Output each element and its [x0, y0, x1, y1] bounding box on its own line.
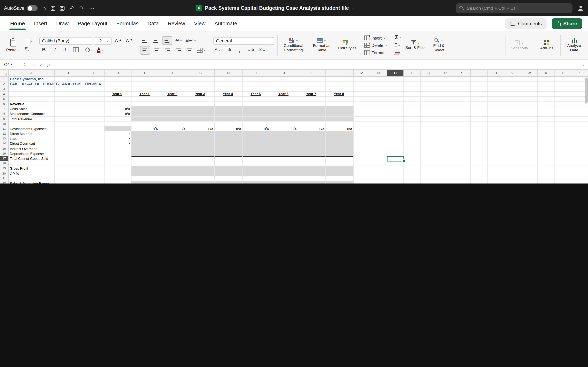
cell-W22[interactable]	[521, 181, 538, 184]
cell-L22[interactable]	[326, 181, 354, 184]
cell-V19[interactable]	[504, 166, 521, 171]
italic-button[interactable]: I	[50, 46, 60, 54]
cell-U10[interactable]	[488, 121, 504, 126]
cell-L11[interactable]: n/a	[326, 126, 354, 131]
cell-V13[interactable]	[504, 136, 521, 141]
cell-W19[interactable]	[521, 166, 538, 171]
font-name-select[interactable]: Calibri (Body)⌄	[39, 37, 92, 45]
cell-G10[interactable]	[187, 121, 215, 126]
row-header-4[interactable]: 4	[0, 92, 9, 96]
cell-X9[interactable]	[538, 117, 554, 121]
cell-R8[interactable]	[437, 111, 454, 117]
format-painter-button[interactable]	[25, 46, 33, 53]
cell-E11[interactable]: n/a	[131, 126, 159, 131]
cell-Q3[interactable]	[421, 87, 437, 92]
ribbon-tab-page-layout[interactable]: Page Layout	[73, 16, 112, 31]
cell-P10[interactable]	[404, 121, 421, 126]
cell-J9[interactable]	[270, 117, 298, 121]
ribbon-tab-data[interactable]: Data	[143, 16, 163, 31]
cell-I13[interactable]	[242, 136, 270, 141]
cell-M16[interactable]	[354, 151, 370, 156]
cell-J20[interactable]	[270, 171, 298, 176]
cell-M3[interactable]	[354, 87, 370, 92]
cell-W13[interactable]	[521, 136, 538, 141]
cell-K8[interactable]	[298, 111, 326, 117]
row-header-7[interactable]: 7	[0, 106, 9, 111]
cell-X12[interactable]	[538, 131, 554, 136]
cell-P12[interactable]	[404, 131, 421, 136]
cell-E10[interactable]	[131, 121, 159, 126]
autosave-toggle[interactable]: AutoSave	[4, 5, 38, 11]
cell-T9[interactable]	[471, 117, 488, 121]
cell-K21[interactable]	[298, 176, 326, 181]
cell-V21[interactable]	[504, 176, 521, 181]
cell-P1[interactable]	[404, 77, 421, 82]
cell-V22[interactable]	[504, 181, 521, 184]
cell-F12[interactable]	[159, 131, 187, 136]
cell-C15[interactable]	[84, 146, 104, 151]
cell-Q13[interactable]	[421, 136, 437, 141]
cell-I21[interactable]	[242, 176, 270, 181]
column-header-S[interactable]: S	[454, 70, 471, 77]
column-header-T[interactable]: T	[471, 70, 488, 77]
cell-J6[interactable]	[270, 101, 298, 106]
cell-H11[interactable]: n/a	[215, 126, 242, 131]
ribbon-tab-formulas[interactable]: Formulas	[112, 16, 143, 31]
cell-S18[interactable]	[454, 161, 471, 166]
cell-C3[interactable]	[84, 87, 104, 92]
cell-F13[interactable]	[159, 136, 187, 141]
cell-G9[interactable]	[187, 117, 215, 121]
cell-W8[interactable]	[521, 111, 538, 117]
align-middle-button[interactable]	[151, 36, 160, 44]
cell-O2[interactable]	[387, 82, 404, 86]
cell-V14[interactable]	[504, 141, 521, 146]
cell-D12[interactable]: -	[104, 131, 131, 136]
cell-N10[interactable]	[370, 121, 387, 126]
cell-T10[interactable]	[471, 121, 488, 126]
cell-I6[interactable]	[242, 101, 270, 106]
align-bottom-button[interactable]	[162, 36, 172, 45]
cell-O22[interactable]	[387, 181, 404, 184]
row-header-20[interactable]: 20	[0, 171, 9, 176]
cell-C13[interactable]	[84, 136, 104, 141]
cell-W7[interactable]	[521, 106, 538, 111]
cell-H16[interactable]	[215, 151, 242, 156]
cell-X11[interactable]	[538, 126, 554, 131]
cell-O13[interactable]	[387, 136, 404, 141]
cell-V18[interactable]	[504, 161, 521, 166]
cell-J18[interactable]	[270, 161, 298, 166]
cell-E13[interactable]	[131, 136, 159, 141]
cell-S16[interactable]	[454, 151, 471, 156]
cell-M14[interactable]	[354, 141, 370, 146]
cell-F4[interactable]: Year 2	[159, 92, 187, 96]
cell-K18[interactable]	[298, 161, 326, 166]
cell-N4[interactable]	[370, 92, 387, 96]
cell-F14[interactable]	[159, 141, 187, 146]
cell-S1[interactable]	[454, 77, 471, 82]
cell-E17[interactable]	[131, 156, 159, 161]
row-header-11[interactable]: 11	[0, 126, 9, 131]
cell-B18[interactable]	[55, 161, 84, 166]
sort-filter-button[interactable]: ⌄ Sort & Filter	[405, 40, 426, 50]
cell-A6[interactable]	[9, 101, 55, 106]
cell-Q15[interactable]	[421, 146, 437, 151]
cell-Y13[interactable]	[554, 136, 571, 141]
column-header-A[interactable]: A	[9, 70, 55, 77]
cell-S21[interactable]	[454, 176, 471, 181]
cell-M7[interactable]	[354, 106, 370, 111]
cell-Q11[interactable]	[421, 126, 437, 131]
cell-E1[interactable]	[131, 77, 159, 82]
cell-I20[interactable]	[242, 171, 270, 176]
cell-U9[interactable]	[488, 117, 504, 121]
cell-W10[interactable]	[521, 121, 538, 126]
ribbon-tab-home[interactable]: Home	[6, 16, 29, 31]
cell-K10[interactable]	[298, 121, 326, 126]
cell-R19[interactable]	[437, 166, 454, 171]
cell-A4[interactable]	[9, 92, 55, 96]
column-header-J[interactable]: J	[270, 70, 298, 77]
cell-T1[interactable]	[471, 77, 488, 82]
conditional-formatting-button[interactable]: ⌄ Conditional Formatting	[280, 38, 306, 53]
cell-A10[interactable]	[9, 121, 55, 126]
cell-P14[interactable]	[404, 141, 421, 146]
cell-U20[interactable]	[488, 171, 504, 176]
